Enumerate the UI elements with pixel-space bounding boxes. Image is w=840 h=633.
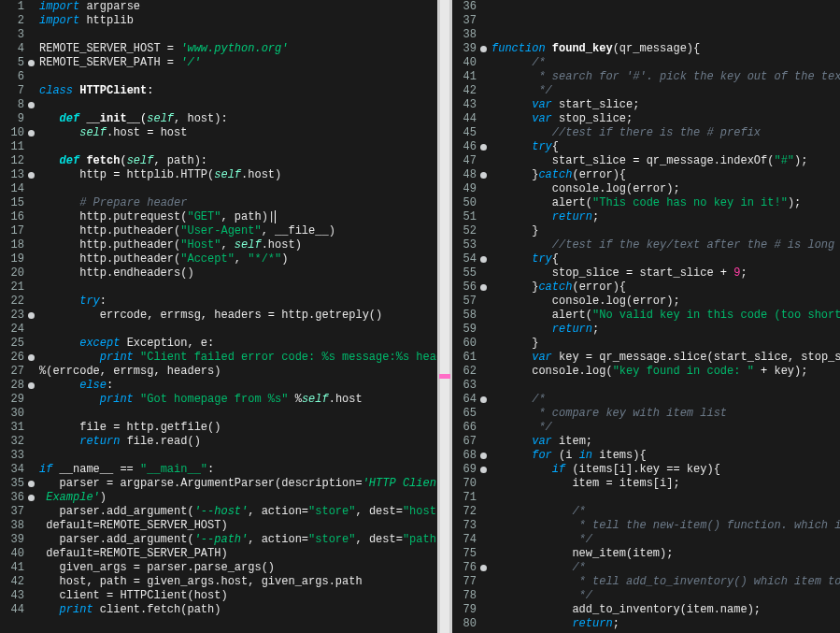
code-line[interactable]: var stop_slice; xyxy=(491,112,840,126)
fold-marker-icon[interactable] xyxy=(28,495,35,501)
pane-splitter[interactable] xyxy=(437,0,452,633)
code-line[interactable]: else: xyxy=(39,379,437,393)
code-line[interactable]: # Prepare header xyxy=(39,196,437,210)
code-line[interactable]: default=REMOTE_SERVER_HOST) xyxy=(39,519,437,533)
code-line[interactable] xyxy=(39,449,437,463)
fold-marker-icon[interactable] xyxy=(480,284,487,291)
fold-marker-icon[interactable] xyxy=(480,172,487,179)
code-line[interactable]: }catch(error){ xyxy=(491,168,840,182)
code-line[interactable]: http.putheader("User-Agent", __file__) xyxy=(39,224,437,238)
code-line[interactable] xyxy=(491,0,840,14)
code-line[interactable]: */ xyxy=(491,84,840,98)
code-line[interactable]: console.log("key found in code: " + key)… xyxy=(491,365,840,379)
fold-marker-icon[interactable] xyxy=(28,130,35,137)
code-line[interactable]: print "Client failed error code: %s mess… xyxy=(39,351,437,365)
code-line[interactable]: host, path = given_args.host, given_args… xyxy=(39,575,437,589)
code-line[interactable] xyxy=(491,28,840,42)
code-line[interactable]: %(errcode, errmsg, headers) xyxy=(39,365,437,379)
code-line[interactable] xyxy=(491,379,840,393)
code-line[interactable]: default=REMOTE_SERVER_PATH) xyxy=(39,547,437,561)
code-line[interactable]: */ xyxy=(491,533,840,547)
fold-marker-icon[interactable] xyxy=(480,46,487,52)
code-line[interactable]: for (i in items){ xyxy=(491,449,840,463)
code-line[interactable]: } xyxy=(491,224,840,238)
code-line[interactable]: alert("No valid key in this code (too sh… xyxy=(491,309,840,323)
code-line[interactable]: class HTTPClient: xyxy=(39,84,437,98)
code-line[interactable]: function found_key(qr_message){ xyxy=(491,42,840,56)
code-line[interactable]: http.putrequest("GET", path)| xyxy=(39,210,437,224)
code-line[interactable]: return file.read() xyxy=(39,435,437,449)
code-line[interactable]: REMOTE_SERVER_PATH = '/' xyxy=(39,56,437,70)
code-line[interactable] xyxy=(39,182,437,196)
code-line[interactable]: return; xyxy=(491,323,840,337)
code-line[interactable]: file = http.getfile() xyxy=(39,421,437,435)
fold-marker-icon[interactable] xyxy=(480,256,487,263)
code-line[interactable] xyxy=(491,14,840,28)
fold-marker-icon[interactable] xyxy=(480,467,487,473)
code-line[interactable] xyxy=(39,98,437,112)
code-line[interactable]: errcode, errmsg, headers = http.getreply… xyxy=(39,309,437,323)
code-line[interactable]: var start_slice; xyxy=(491,98,840,112)
code-line[interactable]: * search for '#'. pick the key out of th… xyxy=(491,70,840,84)
code-line[interactable]: http = httplib.HTTP(self.host) xyxy=(39,168,437,182)
code-line[interactable]: /* xyxy=(491,56,840,70)
code-line[interactable]: start_slice = qr_message.indexOf("#"); xyxy=(491,154,840,168)
code-line[interactable]: * tell the new-item() function. which i xyxy=(491,519,840,533)
code-line[interactable]: var key = qr_message.slice(start_slice, … xyxy=(491,351,840,365)
code-line[interactable]: stop_slice = start_slice + 9; xyxy=(491,266,840,281)
code-line[interactable]: given_args = parser.parse_args() xyxy=(39,561,437,575)
editor-pane-right[interactable]: 3637383940414243444546474849505152535455… xyxy=(452,0,840,633)
fold-marker-icon[interactable] xyxy=(28,354,35,361)
fold-marker-icon[interactable] xyxy=(28,60,35,66)
fold-marker-icon[interactable] xyxy=(28,172,35,179)
code-line[interactable]: console.log(error); xyxy=(491,182,840,196)
code-line[interactable]: import httplib xyxy=(39,14,437,28)
code-line[interactable]: self.host = host xyxy=(39,126,437,140)
fold-marker-icon[interactable] xyxy=(480,565,487,571)
code-line[interactable]: * tell add_to_inventory() which item to xyxy=(491,575,840,589)
code-line[interactable]: print client.fetch(path) xyxy=(39,603,437,617)
code-line[interactable]: parser = argparse.ArgumentParser(descrip… xyxy=(39,477,437,491)
fold-marker-icon[interactable] xyxy=(480,396,487,403)
code-line[interactable] xyxy=(39,140,437,154)
code-line[interactable]: def __init__(self, host): xyxy=(39,112,437,126)
editor-pane-left[interactable]: 1234567891011121314151617181920212223242… xyxy=(0,0,437,633)
code-line[interactable]: */ xyxy=(491,589,840,603)
fold-marker-icon[interactable] xyxy=(480,453,487,459)
code-line[interactable] xyxy=(39,70,437,84)
code-area-right[interactable]: function found_key(qr_message){ /* * sea… xyxy=(491,0,840,631)
code-line[interactable]: http.putheader("Accept", "*/*") xyxy=(39,252,437,266)
code-line[interactable]: parser.add_argument('--path', action="st… xyxy=(39,533,437,547)
code-line[interactable]: } xyxy=(491,337,840,351)
code-line[interactable]: /* xyxy=(491,561,840,575)
fold-marker-icon[interactable] xyxy=(480,144,487,151)
code-line[interactable]: def fetch(self, path): xyxy=(39,154,437,168)
code-line[interactable]: REMOTE_SERVER_HOST = 'www.python.org' xyxy=(39,42,437,56)
code-line[interactable]: item = items[i]; xyxy=(491,477,840,491)
code-line[interactable] xyxy=(39,323,437,337)
code-line[interactable]: except Exception, e: xyxy=(39,337,437,351)
code-line[interactable]: Example') xyxy=(39,491,437,505)
code-line[interactable]: console.log(error); xyxy=(491,295,840,309)
code-line[interactable]: /* xyxy=(491,393,840,407)
code-line[interactable]: add_to_inventory(item.name); xyxy=(491,603,840,617)
code-line[interactable]: * compare key with item list xyxy=(491,407,840,421)
code-line[interactable] xyxy=(39,28,437,42)
code-line[interactable]: try: xyxy=(39,295,437,309)
code-line[interactable]: var item; xyxy=(491,435,840,449)
fold-marker-icon[interactable] xyxy=(28,312,35,319)
code-line[interactable] xyxy=(39,407,437,421)
fold-marker-icon[interactable] xyxy=(28,382,35,389)
code-line[interactable] xyxy=(39,281,437,295)
code-line[interactable]: /* xyxy=(491,505,840,519)
code-line[interactable]: try{ xyxy=(491,140,840,154)
code-line[interactable]: return; xyxy=(491,210,840,224)
code-line[interactable]: new_item(item); xyxy=(491,547,840,561)
code-line[interactable]: */ xyxy=(491,421,840,435)
code-line[interactable]: http.endheaders() xyxy=(39,266,437,281)
code-line[interactable]: parser.add_argument('--host', action="st… xyxy=(39,505,437,519)
code-line[interactable]: }catch(error){ xyxy=(491,281,840,295)
code-line[interactable]: try{ xyxy=(491,252,840,266)
code-line[interactable]: if __name__ == "__main__": xyxy=(39,463,437,477)
code-area-left[interactable]: import argparseimport httplibREMOTE_SERV… xyxy=(39,0,437,617)
